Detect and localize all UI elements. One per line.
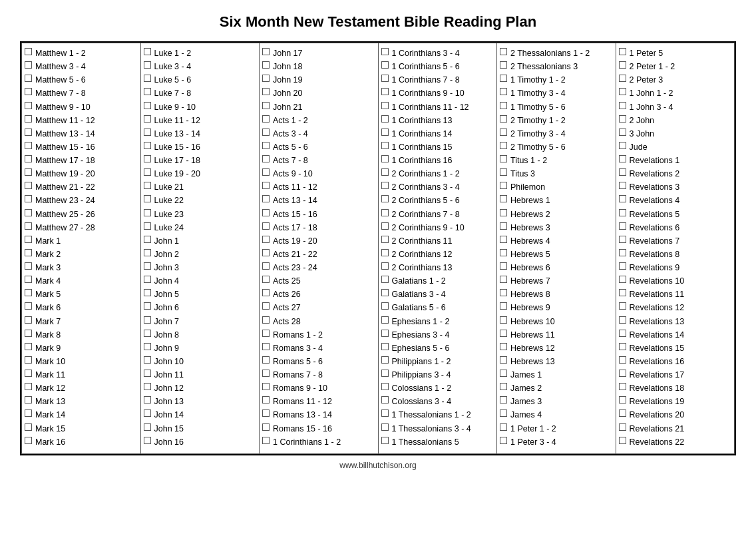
- list-item[interactable]: Matthew 13 - 14: [25, 128, 138, 140]
- checkbox-icon[interactable]: [500, 356, 507, 364]
- checkbox-icon[interactable]: [619, 316, 626, 324]
- checkbox-icon[interactable]: [500, 249, 507, 256]
- list-item[interactable]: 2 Corinthians 11: [381, 235, 494, 247]
- list-item[interactable]: Titus 1 - 2: [500, 154, 613, 166]
- checkbox-icon[interactable]: [144, 222, 151, 230]
- checkbox-icon[interactable]: [144, 168, 151, 176]
- checkbox-icon[interactable]: [144, 262, 151, 270]
- checkbox-icon[interactable]: [144, 88, 151, 95]
- checkbox-icon[interactable]: [144, 370, 151, 377]
- list-item[interactable]: Hebrews 11: [500, 329, 613, 341]
- checkbox-icon[interactable]: [500, 330, 507, 337]
- checkbox-icon[interactable]: [25, 262, 32, 270]
- list-item[interactable]: Matthew 25 - 26: [25, 208, 138, 220]
- list-item[interactable]: 1 Thessalonians 5: [381, 436, 494, 448]
- list-item[interactable]: Romans 7 - 8: [262, 369, 375, 381]
- checkbox-icon[interactable]: [25, 102, 32, 109]
- checkbox-icon[interactable]: [262, 88, 270, 95]
- list-item[interactable]: Matthew 7 - 8: [25, 87, 138, 99]
- checkbox-icon[interactable]: [619, 236, 626, 243]
- checkbox-icon[interactable]: [381, 142, 389, 149]
- checkbox-icon[interactable]: [144, 236, 151, 243]
- list-item[interactable]: John 4: [144, 275, 257, 287]
- list-item[interactable]: Mark 7: [25, 316, 138, 328]
- list-item[interactable]: 2 Timothy 5 - 6: [500, 141, 613, 153]
- list-item[interactable]: Acts 17 - 18: [262, 222, 375, 234]
- list-item[interactable]: Acts 13 - 14: [262, 194, 375, 206]
- checkbox-icon[interactable]: [500, 88, 507, 95]
- list-item[interactable]: Luke 3 - 4: [144, 61, 257, 73]
- checkbox-icon[interactable]: [25, 356, 32, 364]
- checkbox-icon[interactable]: [25, 75, 32, 82]
- checkbox-icon[interactable]: [500, 155, 507, 162]
- list-item[interactable]: Luke 1 - 2: [144, 47, 257, 59]
- list-item[interactable]: Acts 28: [262, 316, 375, 328]
- checkbox-icon[interactable]: [25, 423, 32, 431]
- list-item[interactable]: Ephesians 3 - 4: [381, 329, 494, 341]
- checkbox-icon[interactable]: [144, 330, 151, 337]
- checkbox-icon[interactable]: [500, 396, 507, 403]
- checkbox-icon[interactable]: [500, 195, 507, 202]
- list-item[interactable]: 1 Corinthians 9 - 10: [381, 87, 494, 99]
- list-item[interactable]: Revelations 6: [619, 222, 732, 234]
- checkbox-icon[interactable]: [25, 276, 32, 283]
- list-item[interactable]: Hebrews 13: [500, 356, 613, 368]
- checkbox-icon[interactable]: [500, 129, 507, 136]
- list-item[interactable]: Mark 3: [25, 262, 138, 274]
- list-item[interactable]: Revelations 10: [619, 275, 732, 287]
- checkbox-icon[interactable]: [619, 276, 626, 283]
- checkbox-icon[interactable]: [262, 343, 270, 350]
- checkbox-icon[interactable]: [500, 276, 507, 283]
- checkbox-icon[interactable]: [262, 356, 270, 364]
- checkbox-icon[interactable]: [262, 209, 270, 216]
- list-item[interactable]: Revelations 17: [619, 369, 732, 381]
- list-item[interactable]: John 3: [144, 262, 257, 274]
- list-item[interactable]: 2 Corinthians 1 - 2: [381, 168, 494, 180]
- checkbox-icon[interactable]: [619, 102, 626, 109]
- checkbox-icon[interactable]: [262, 115, 270, 123]
- list-item[interactable]: Romans 5 - 6: [262, 356, 375, 368]
- list-item[interactable]: Luke 13 - 14: [144, 128, 257, 140]
- checkbox-icon[interactable]: [381, 370, 389, 377]
- checkbox-icon[interactable]: [500, 370, 507, 377]
- checkbox-icon[interactable]: [25, 182, 32, 189]
- list-item[interactable]: Acts 3 - 4: [262, 128, 375, 140]
- checkbox-icon[interactable]: [381, 222, 389, 230]
- list-item[interactable]: Revelations 14: [619, 329, 732, 341]
- checkbox-icon[interactable]: [500, 302, 507, 310]
- checkbox-icon[interactable]: [25, 61, 32, 69]
- checkbox-icon[interactable]: [144, 195, 151, 202]
- list-item[interactable]: Philippians 1 - 2: [381, 356, 494, 368]
- checkbox-icon[interactable]: [144, 343, 151, 350]
- list-item[interactable]: Luke 23: [144, 208, 257, 220]
- checkbox-icon[interactable]: [619, 222, 626, 230]
- checkbox-icon[interactable]: [619, 155, 626, 162]
- checkbox-icon[interactable]: [619, 182, 626, 189]
- list-item[interactable]: Acts 23 - 24: [262, 262, 375, 274]
- list-item[interactable]: 1 Peter 3 - 4: [500, 436, 613, 448]
- checkbox-icon[interactable]: [144, 249, 151, 256]
- checkbox-icon[interactable]: [381, 195, 389, 202]
- checkbox-icon[interactable]: [619, 437, 626, 444]
- list-item[interactable]: Revelations 15: [619, 342, 732, 354]
- list-item[interactable]: James 1: [500, 369, 613, 381]
- list-item[interactable]: Acts 9 - 10: [262, 168, 375, 180]
- list-item[interactable]: 1 Corinthians 15: [381, 141, 494, 153]
- list-item[interactable]: Romans 9 - 10: [262, 382, 375, 394]
- checkbox-icon[interactable]: [262, 302, 270, 310]
- list-item[interactable]: Mark 11: [25, 369, 138, 381]
- checkbox-icon[interactable]: [381, 343, 389, 350]
- checkbox-icon[interactable]: [25, 209, 32, 216]
- checkbox-icon[interactable]: [381, 75, 389, 82]
- list-item[interactable]: Romans 15 - 16: [262, 423, 375, 435]
- checkbox-icon[interactable]: [500, 168, 507, 176]
- list-item[interactable]: Mark 8: [25, 329, 138, 341]
- list-item[interactable]: Hebrews 2: [500, 208, 613, 220]
- list-item[interactable]: Revelations 22: [619, 436, 732, 448]
- checkbox-icon[interactable]: [381, 289, 389, 296]
- list-item[interactable]: Acts 26: [262, 288, 375, 300]
- checkbox-icon[interactable]: [500, 142, 507, 149]
- checkbox-icon[interactable]: [500, 61, 507, 69]
- list-item[interactable]: John 21: [262, 101, 375, 113]
- checkbox-icon[interactable]: [262, 168, 270, 176]
